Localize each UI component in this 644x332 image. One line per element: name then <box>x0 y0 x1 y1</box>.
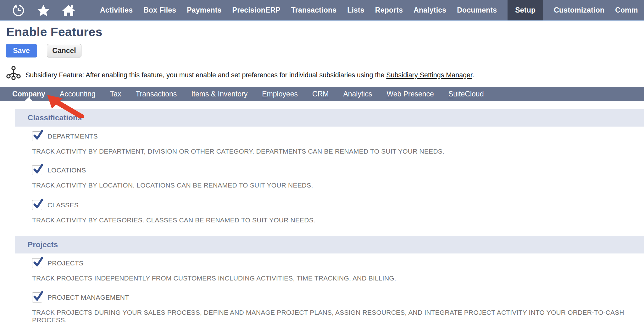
tab-accesskey: T <box>110 90 114 98</box>
feature-row-departments: DEPARTMENTS TRACK ACTIVITY BY DEPARTMENT… <box>15 131 644 155</box>
tab-crm[interactable]: CRM <box>312 87 329 101</box>
nav-item-box-files[interactable]: Box Files <box>143 0 176 20</box>
star-icon <box>37 4 50 16</box>
feature-row-projects: PROJECTS TRACK PROJECTS INDEPENDENTLY FR… <box>15 258 644 282</box>
tab-accesskey: C <box>12 90 18 98</box>
tab-label-part: alytics <box>352 90 372 98</box>
project-management-checkbox[interactable] <box>32 292 42 302</box>
top-navigation-bar: Activities Box Files Payments PrecisionE… <box>0 0 644 21</box>
action-toolbar: Save Cancel <box>6 44 81 57</box>
tab-accesskey: E <box>262 90 267 98</box>
feature-label: CLASSES <box>47 201 79 209</box>
tab-employees[interactable]: Employees <box>262 87 298 101</box>
nav-item-setup[interactable]: Setup <box>508 0 543 20</box>
checkmark-icon <box>33 199 43 210</box>
feature-label: DEPARTMENTS <box>47 133 98 140</box>
departments-checkbox[interactable] <box>32 131 42 141</box>
nav-item-lists[interactable]: Lists <box>347 0 364 20</box>
feature-row-classes: CLASSES TRACK ACTIVITY BY CATEGORIES. CL… <box>15 200 644 224</box>
history-clock-icon <box>12 4 24 16</box>
classes-checkbox[interactable] <box>32 200 42 210</box>
tab-label-part: CR <box>312 90 323 98</box>
shortcuts-button[interactable] <box>36 0 50 20</box>
tab-label-part: ansactions <box>142 90 177 98</box>
home-icon <box>62 4 75 16</box>
feature-category-tabbar: Company Accounting Tax Transactions Item… <box>0 87 644 101</box>
feature-description: TRACK ACTIVITY BY DEPARTMENT, DIVISION O… <box>32 148 644 155</box>
tab-tax[interactable]: Tax <box>110 87 121 101</box>
top-nav-menu: Activities Box Files Payments PrecisionE… <box>100 0 638 20</box>
tab-label-part: tems & Inventory <box>193 90 248 98</box>
nav-item-customization[interactable]: Customization <box>554 0 604 20</box>
section-header-projects: Projects <box>15 236 644 253</box>
nav-item-payments[interactable]: Payments <box>187 0 221 20</box>
feature-label: PROJECT MANAGEMENT <box>47 294 129 301</box>
checkmark-icon <box>33 164 43 175</box>
checkmark-icon <box>33 257 43 268</box>
nav-item-transactions[interactable]: Transactions <box>291 0 336 20</box>
notice-text-period: . <box>472 71 474 79</box>
section-header-classifications: Classifications <box>15 109 644 127</box>
cancel-button[interactable]: Cancel <box>47 44 81 57</box>
tab-accesskey: S <box>448 90 453 98</box>
section-title: Projects <box>28 240 58 249</box>
home-button[interactable] <box>62 0 75 20</box>
tab-label-part: eb Presence <box>393 90 434 98</box>
active-tab-notch <box>25 97 33 101</box>
tab-items-inventory[interactable]: Items & Inventory <box>191 87 247 101</box>
subsidiary-settings-manager-link[interactable]: Subsidiary Settings Manager <box>386 71 472 79</box>
nav-item-activities[interactable]: Activities <box>100 0 133 20</box>
tab-web-presence[interactable]: Web Presence <box>386 87 434 101</box>
subsidiary-notice-text: Subsidiary Feature: After enabling this … <box>25 71 474 80</box>
page-title: Enable Features <box>6 25 103 39</box>
tab-accesskey: W <box>386 90 393 98</box>
recent-records-button[interactable] <box>11 0 25 20</box>
tab-transactions[interactable]: Transactions <box>136 87 177 101</box>
feature-row-project-management: PROJECT MANAGEMENT TRACK PROJECTS DURING… <box>15 292 644 324</box>
save-button[interactable]: Save <box>6 44 37 57</box>
nav-item-analytics[interactable]: Analytics <box>414 0 446 20</box>
nav-item-reports[interactable]: Reports <box>375 0 403 20</box>
nav-item-precisionerp[interactable]: PrecisionERP <box>232 0 280 20</box>
checkmark-icon <box>33 130 43 141</box>
tab-label-part: A <box>343 90 348 98</box>
feature-label: LOCATIONS <box>47 166 86 174</box>
feature-description: TRACK ACTIVITY BY CATEGORIES. CLASSES CA… <box>32 216 644 224</box>
tab-label-part: T <box>136 90 140 98</box>
checkmark-icon <box>33 291 43 302</box>
tab-analytics[interactable]: Analytics <box>343 87 372 101</box>
tab-accesskey: M <box>323 90 329 98</box>
feature-description: TRACK ACTIVITY BY LOCATION. LOCATIONS CA… <box>32 182 644 189</box>
feature-row-locations: LOCATIONS TRACK ACTIVITY BY LOCATION. LO… <box>15 165 644 189</box>
locations-checkbox[interactable] <box>32 165 42 175</box>
feature-description: TRACK PROJECTS DURING YOUR SALES PROCESS… <box>32 309 644 324</box>
subsidiary-notice: Subsidiary Feature: After enabling this … <box>6 66 474 80</box>
projects-checkbox[interactable] <box>32 258 42 268</box>
red-arrow-annotation <box>47 95 85 118</box>
tab-label-part: uiteCloud <box>453 90 484 98</box>
tab-label-part: mployees <box>267 90 298 98</box>
feature-description: TRACK PROJECTS INDEPENDENTLY FROM CUSTOM… <box>32 275 644 282</box>
notice-text-lead: Subsidiary Feature: After enabling this … <box>25 71 386 79</box>
tab-accesskey: n <box>348 90 352 98</box>
nav-item-commerce[interactable]: Comm <box>615 0 638 20</box>
tab-label-part: ompany <box>18 90 45 98</box>
enable-features-form: Classifications DEPARTMENTS TRACK ACTIVI… <box>15 109 644 332</box>
tab-suitecloud[interactable]: SuiteCloud <box>448 87 484 101</box>
tab-label-part: ax <box>114 90 121 98</box>
subsidiary-hierarchy-icon <box>6 66 21 80</box>
nav-item-documents[interactable]: Documents <box>457 0 497 20</box>
tab-company[interactable]: Company <box>12 87 45 101</box>
feature-label: PROJECTS <box>47 259 83 267</box>
